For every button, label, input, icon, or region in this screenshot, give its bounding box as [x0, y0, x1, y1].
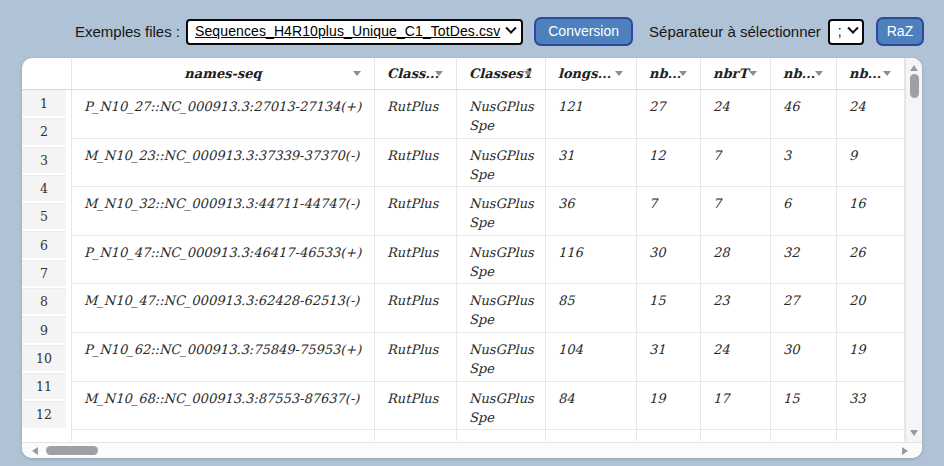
table-cell-class[interactable]: RutPlus — [375, 187, 457, 235]
table-cell-name[interactable]: P_N10_27::NC_000913.3:27013-27134(+) — [72, 90, 375, 138]
separator-select[interactable]: ; — [828, 19, 864, 45]
column-header-class[interactable]: Class... — [375, 58, 457, 89]
column-header-nb3[interactable]: nb... — [837, 58, 905, 89]
table-cell-nbrt[interactable]: 24 — [701, 90, 771, 138]
table-cell-nb3[interactable]: 24 — [837, 90, 905, 138]
column-header-label: nb... — [649, 66, 681, 81]
table-cell-nb1[interactable]: 27 — [637, 90, 701, 138]
table-cell-nbrt[interactable]: 7 — [701, 139, 771, 187]
table-cell-class[interactable]: RutPlus — [375, 90, 457, 138]
table-cell-longs[interactable]: 36 — [546, 187, 637, 235]
table-cell-nb2[interactable]: 27 — [771, 284, 837, 332]
table-cell-nb2[interactable]: 46 — [771, 90, 837, 138]
column-header-nbrt[interactable]: nbrT — [701, 58, 771, 89]
horizontal-scrollbar-thumb[interactable] — [46, 446, 98, 455]
sort-arrow-icon — [353, 71, 361, 76]
row-number-cell: 4 — [22, 175, 66, 203]
table-cell-nbrt[interactable]: 28 — [701, 236, 771, 284]
data-table: names-seq Class... Classes1 longs... nb.… — [22, 58, 922, 458]
vertical-scrollbar-thumb[interactable] — [910, 74, 919, 98]
row-number-header — [22, 58, 72, 89]
table-cell-class[interactable]: RutPlus — [375, 236, 457, 284]
table-cell-nb2[interactable]: 22 — [771, 430, 837, 441]
table-cell-longs[interactable]: 85 — [546, 284, 637, 332]
table-cell-nb3[interactable]: 26 — [837, 236, 905, 284]
scroll-right-icon[interactable] — [902, 447, 908, 455]
horizontal-scrollbar[interactable] — [22, 442, 922, 458]
table-cell-nb2[interactable]: 30 — [771, 333, 837, 381]
table-cell-longs[interactable]: 116 — [546, 236, 637, 284]
table-cell-nb3[interactable]: 16 — [837, 187, 905, 235]
table-cell-classes1[interactable]: NusGPlusSpe — [457, 236, 546, 284]
table-cell-nb1[interactable]: 16 — [637, 430, 701, 441]
table-cell-class[interactable]: RutPlus — [375, 382, 457, 430]
table-cell-nb1[interactable]: 31 — [637, 333, 701, 381]
table-cell-nb1[interactable]: 15 — [637, 284, 701, 332]
table-cell-name[interactable]: M_N10_82::NC_000913.3:108562-108646(-) — [72, 430, 375, 441]
table-cell-classes1[interactable]: NusGPlusSpe — [457, 187, 546, 235]
row-number-cell: 8 — [22, 288, 66, 316]
table-cell-nbrt[interactable]: 23 — [701, 284, 771, 332]
example-file-select[interactable]: Sequences_H4R10plus_Unique_C1_TotDes.csv — [186, 19, 523, 45]
separator-select-value: ; — [838, 23, 842, 39]
column-header-nb2[interactable]: nb... — [771, 58, 837, 89]
table-cell-nb2[interactable]: 3 — [771, 139, 837, 187]
column-header-label: nbrT — [713, 66, 748, 81]
column-header-longs[interactable]: longs... — [546, 58, 637, 89]
table-cell-name[interactable]: P_N10_47::NC_000913.3:46417-46533(+) — [72, 236, 375, 284]
table-cell-nb1[interactable]: 7 — [637, 187, 701, 235]
table-cell-nb1[interactable]: 19 — [637, 382, 701, 430]
row-number-cell: 1 — [22, 90, 66, 118]
table-cell-longs[interactable]: 121 — [546, 430, 637, 441]
table-cell-name[interactable]: M_N10_23::NC_000913.3:37339-37370(-) — [72, 139, 375, 187]
vertical-scrollbar[interactable] — [905, 58, 922, 442]
sort-arrow-icon — [749, 71, 757, 76]
raz-button[interactable]: RaZ — [876, 17, 924, 46]
table-cell-classes1[interactable]: NusGPlusSpe — [457, 139, 546, 187]
table-cell-nb2[interactable]: 15 — [771, 382, 837, 430]
column-header-classes1[interactable]: Classes1 — [457, 58, 546, 89]
table-cell-nb2[interactable]: 6 — [771, 187, 837, 235]
table-cell-nbrt[interactable]: 17 — [701, 382, 771, 430]
table-cell-name[interactable]: M_N10_32::NC_000913.3:44711-44747(-) — [72, 187, 375, 235]
table-cell-nb3[interactable]: 19 — [837, 333, 905, 381]
scroll-down-icon[interactable] — [910, 430, 918, 436]
table-cell-nb3[interactable]: 22 — [837, 430, 905, 441]
table-cell-nbrt[interactable]: 28 — [701, 430, 771, 441]
table-cell-nb1[interactable]: 12 — [637, 139, 701, 187]
sort-arrow-icon — [815, 71, 823, 76]
table-cell-classes1[interactable]: NusGPlusSpe — [457, 430, 546, 441]
table-cell-longs[interactable]: 104 — [546, 333, 637, 381]
table-cell-name[interactable]: M_N10_47::NC_000913.3:62428-62513(-) — [72, 284, 375, 332]
table-row: M_N10_68::NC_000913.3:87553-87637(-) Rut… — [72, 382, 905, 431]
sort-arrow-icon — [679, 71, 687, 76]
table-cell-longs[interactable]: 84 — [546, 382, 637, 430]
table-cell-name[interactable]: P_N10_62::NC_000913.3:75849-75953(+) — [72, 333, 375, 381]
examples-files-label: Exemples files : — [75, 23, 180, 40]
column-header-names-seq[interactable]: names-seq — [72, 58, 375, 89]
table-cell-name[interactable]: M_N10_68::NC_000913.3:87553-87637(-) — [72, 382, 375, 430]
table-cell-nb3[interactable]: 33 — [837, 382, 905, 430]
table-cell-nb1[interactable]: 30 — [637, 236, 701, 284]
scroll-up-icon[interactable] — [910, 65, 918, 71]
table-cell-nb3[interactable]: 9 — [837, 139, 905, 187]
table-cell-class[interactable]: RutPlus — [375, 430, 457, 441]
table-cell-nb3[interactable]: 20 — [837, 284, 905, 332]
table-cell-class[interactable]: RutPlus — [375, 139, 457, 187]
conversion-button[interactable]: Conversion — [534, 17, 633, 46]
table-cell-class[interactable]: RutPlus — [375, 284, 457, 332]
row-number-cell: 2 — [22, 118, 66, 146]
table-cell-nb2[interactable]: 32 — [771, 236, 837, 284]
table-cell-classes1[interactable]: NusGPlusSpe — [457, 284, 546, 332]
table-cell-nbrt[interactable]: 24 — [701, 333, 771, 381]
table-cell-longs[interactable]: 31 — [546, 139, 637, 187]
table-cell-classes1[interactable]: NusGPlusSpe — [457, 382, 546, 430]
column-header-nb1[interactable]: nb... — [637, 58, 701, 89]
scroll-left-icon[interactable] — [32, 447, 38, 455]
table-cell-class[interactable]: RutPlus — [375, 333, 457, 381]
table-cell-classes1[interactable]: NusGPlusSpe — [457, 90, 546, 138]
table-cell-classes1[interactable]: NusGPlusSpe — [457, 333, 546, 381]
sort-arrow-icon — [883, 71, 891, 76]
table-cell-nbrt[interactable]: 7 — [701, 187, 771, 235]
table-cell-longs[interactable]: 121 — [546, 90, 637, 138]
